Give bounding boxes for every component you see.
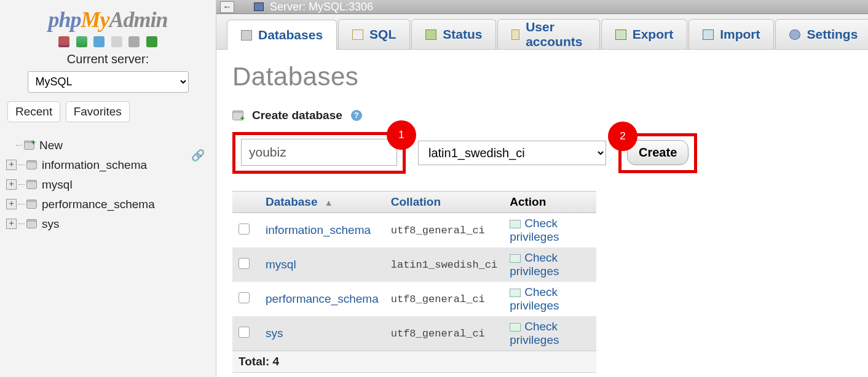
table-row: information_schema utf8_general_ci Check… [232, 213, 596, 248]
docs-icon[interactable] [93, 36, 105, 47]
help-icon[interactable]: ? [351, 110, 362, 121]
page-title: Databases [232, 62, 868, 91]
tab-label: User accounts [526, 20, 585, 49]
recent-favorites: Recent Favorites [7, 101, 216, 122]
settings-icon[interactable] [128, 36, 140, 47]
breadcrumb-server[interactable]: Server: MySQL:3306 [270, 1, 373, 14]
col-database[interactable]: Database ▲ [259, 192, 385, 213]
tab-import[interactable]: Import [688, 19, 774, 49]
highlight-badge-2: 2 [608, 122, 637, 151]
tab-label: Export [633, 27, 674, 42]
col-database-label: Database [266, 195, 318, 208]
tab-settings[interactable]: Settings [775, 19, 868, 49]
tab-label: Import [720, 27, 760, 42]
query-window-icon[interactable] [111, 36, 122, 47]
logout-icon[interactable] [76, 36, 87, 47]
tree-db-label[interactable]: information_schema [42, 155, 147, 175]
expand-icon[interactable]: + [6, 179, 17, 190]
row-checkbox[interactable] [239, 292, 250, 303]
tree-item[interactable]: + sys [4, 214, 216, 234]
tree-db-label[interactable]: sys [42, 214, 60, 234]
logo-my: My [81, 7, 109, 32]
database-icon [26, 160, 37, 169]
db-link[interactable]: sys [266, 327, 283, 340]
database-icon [26, 200, 37, 209]
database-icon [26, 180, 37, 189]
highlight-box-1: 1 [232, 132, 406, 174]
server-icon [254, 2, 264, 11]
tab-label: SQL [369, 27, 396, 42]
tab-databases[interactable]: Databases [227, 20, 337, 50]
reload-icon[interactable] [146, 36, 157, 47]
db-collation: utf8_general_ci [385, 213, 503, 248]
tab-export[interactable]: Export [601, 19, 688, 49]
create-database-label: Create database [252, 109, 342, 122]
col-collation[interactable]: Collation [385, 192, 503, 213]
tab-label: Settings [807, 27, 858, 42]
import-icon [703, 29, 714, 40]
favorites-button[interactable]: Favorites [66, 101, 130, 122]
expand-icon[interactable]: + [6, 219, 17, 229]
table-row: sys utf8_general_ci Check privileges [232, 316, 596, 351]
tab-status[interactable]: Status [411, 19, 496, 49]
db-link[interactable]: performance_schema [266, 292, 379, 305]
table-row: mysql latin1_swedish_ci Check privileges [232, 247, 596, 282]
link-icon[interactable]: 🔗 [191, 149, 205, 162]
expand-icon[interactable]: + [6, 199, 17, 209]
db-collation: utf8_general_ci [385, 282, 503, 316]
logo-php: php [48, 7, 81, 32]
tab-user-accounts[interactable]: User accounts [497, 19, 599, 49]
main: ← Server: MySQL:3306 Databases SQL Statu… [216, 0, 868, 377]
back-button[interactable]: ← [220, 1, 234, 13]
sidebar: phpMyAdmin Current server: MySQL Recent … [0, 0, 216, 377]
database-icon [26, 219, 37, 228]
tree-db-label[interactable]: mysql [42, 175, 73, 195]
new-database-icon [24, 141, 34, 150]
tab-label: Databases [258, 28, 323, 42]
status-icon [425, 29, 436, 40]
server-select[interactable]: MySQL [28, 71, 189, 93]
tree-new-label[interactable]: New [39, 136, 63, 155]
row-checkbox[interactable] [239, 258, 250, 269]
home-icon[interactable] [58, 36, 69, 47]
collation-select[interactable]: latin1_swedish_ci [418, 141, 606, 165]
users-icon [511, 29, 519, 40]
content: Databases Create database ? 1 latin1_swe… [216, 50, 868, 377]
create-database-form: 1 latin1_swedish_ci 2 Create [232, 132, 868, 174]
tree-item[interactable]: + information_schema [4, 155, 216, 175]
create-database-header: Create database ? [232, 109, 868, 122]
highlight-box-2: 2 Create [618, 133, 697, 173]
logo[interactable]: phpMyAdmin [0, 7, 216, 33]
sort-asc-icon: ▲ [325, 198, 333, 208]
tab-sql[interactable]: SQL [338, 19, 410, 49]
privileges-icon [510, 254, 521, 263]
tree-item[interactable]: + performance_schema [4, 195, 216, 214]
col-collation-label: Collation [391, 195, 441, 208]
row-checkbox[interactable] [239, 223, 250, 235]
recent-button[interactable]: Recent [7, 101, 60, 122]
db-collation: utf8_general_ci [385, 316, 503, 351]
privileges-icon [510, 323, 521, 332]
create-button[interactable]: Create [627, 140, 688, 165]
tree-db-label[interactable]: performance_schema [42, 195, 155, 214]
tree-new[interactable]: New [4, 136, 216, 155]
main-tabs: Databases SQL Status User accounts Expor… [216, 14, 868, 50]
topbar: ← Server: MySQL:3306 [216, 0, 868, 14]
col-action: Action [503, 192, 596, 213]
databases-table: Database ▲ Collation Action information_… [232, 191, 596, 373]
db-link[interactable]: mysql [266, 258, 296, 271]
wrench-icon [789, 29, 800, 40]
database-name-input[interactable] [241, 139, 397, 166]
logo-admin: Admin [109, 7, 167, 32]
create-database-icon [232, 111, 243, 120]
privileges-icon [510, 220, 521, 228]
table-header: Database ▲ Collation Action [232, 192, 596, 213]
table-footer: Total: 4 [232, 351, 596, 373]
db-link[interactable]: information_schema [266, 223, 371, 236]
database-tree: New + information_schema + mysql + perfo… [4, 136, 216, 234]
expand-icon[interactable]: + [6, 160, 17, 170]
quick-icons [0, 36, 216, 47]
current-server-label: Current server: [0, 52, 216, 66]
tree-item[interactable]: + mysql [4, 175, 216, 195]
row-checkbox[interactable] [239, 327, 250, 338]
